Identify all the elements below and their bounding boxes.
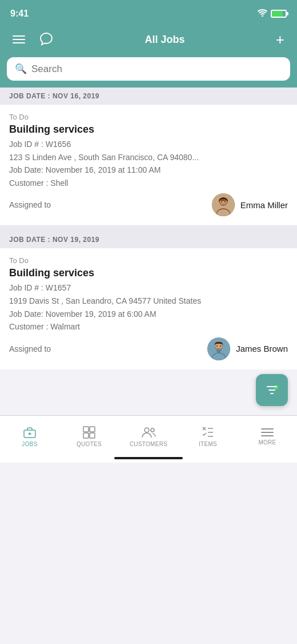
svg-point-22: [145, 428, 149, 432]
job-title-2: Building services: [9, 267, 288, 279]
assigned-name-2: James Brown: [236, 344, 288, 353]
section-divider: [0, 225, 297, 231]
job-assigned-label-1: Assigned to: [9, 200, 51, 209]
tab-more-label: MORE: [258, 439, 276, 446]
items-icon: [202, 426, 214, 439]
filter-button[interactable]: [256, 374, 288, 406]
header-left-actions: [10, 30, 56, 49]
add-job-button[interactable]: +: [274, 30, 287, 49]
more-icon: [261, 428, 274, 437]
search-bar: 🔍: [7, 57, 290, 81]
svg-rect-21: [90, 433, 95, 438]
quotes-icon: [83, 426, 95, 439]
messages-button[interactable]: [37, 30, 56, 49]
job-card-1[interactable]: To Do Building services Job ID # : W1656…: [0, 105, 297, 225]
tab-customers-label: CUSTOMERS: [130, 441, 167, 447]
job-assigned-label-2: Assigned to: [9, 344, 51, 353]
job-title-1: Building services: [9, 124, 288, 136]
tab-items[interactable]: ITEMS: [178, 416, 238, 454]
job-address-1: 123 S Linden Ave , South San Francisco, …: [9, 152, 288, 164]
svg-point-23: [151, 428, 154, 432]
avatar-james: [207, 337, 230, 360]
page-title: All Jobs: [145, 34, 184, 46]
section-date-header-2: JOB DATE : NOV 19, 2019: [0, 231, 297, 248]
assigned-name-1: Emma Miller: [240, 200, 288, 210]
menu-button[interactable]: [10, 33, 27, 46]
svg-rect-18: [83, 427, 89, 432]
hamburger-icon: [13, 35, 25, 43]
battery-icon: [271, 10, 287, 18]
tab-jobs[interactable]: JOBS: [0, 416, 59, 454]
customers-icon: [141, 426, 156, 439]
tab-more[interactable]: MORE: [238, 416, 297, 454]
job-id-1: Job ID # : W1656: [9, 139, 288, 150]
status-bar: 9:41: [0, 0, 297, 25]
search-container: 🔍: [0, 57, 297, 88]
job-customer-1: Customer : Shell: [9, 178, 288, 189]
plus-icon: +: [276, 32, 284, 47]
job-assigned-row-2: Assigned to James Brown: [9, 337, 288, 360]
job-card-2[interactable]: To Do Building services Job ID # : W1657…: [0, 248, 297, 369]
svg-point-5: [221, 201, 222, 202]
status-time: 9:41: [10, 9, 29, 19]
job-date-1: Job Date: November 16, 2019 at 11:00 AM: [9, 165, 288, 176]
chat-icon: [39, 32, 54, 47]
job-status-2: To Do: [9, 256, 288, 265]
search-input[interactable]: [31, 63, 282, 75]
job-customer-2: Customer : Walmart: [9, 321, 288, 333]
home-indicator: [114, 457, 183, 459]
job-status-1: To Do: [9, 113, 288, 121]
tab-customers[interactable]: CUSTOMERS: [119, 416, 178, 454]
svg-point-12: [216, 345, 218, 347]
job-date-2: Job Date: November 19, 2019 at 6:00 AM: [9, 309, 288, 320]
tab-jobs-label: JOBS: [22, 441, 37, 447]
filter-icon: [265, 383, 279, 397]
tab-bar-wrapper: JOBS QUOTES CUSTOMERS ITEMS: [0, 415, 297, 463]
job-assigned-row-1: Assigned to Emma Miller: [9, 193, 288, 216]
tab-quotes[interactable]: QUOTES: [59, 416, 119, 454]
section-date-header-1: JOB DATE : NOV 16, 2019: [0, 88, 297, 105]
tab-quotes-label: QUOTES: [77, 441, 102, 447]
wifi-icon: [258, 9, 267, 18]
search-icon: 🔍: [15, 63, 27, 75]
filter-container: [0, 369, 297, 415]
svg-rect-20: [83, 433, 89, 438]
svg-point-13: [220, 345, 221, 347]
tab-bar: JOBS QUOTES CUSTOMERS ITEMS: [0, 415, 297, 463]
app-header: All Jobs +: [0, 25, 297, 57]
job-address-2: 1919 Davis St , San Leandro, CA 94577 Un…: [9, 296, 288, 307]
svg-rect-19: [90, 427, 95, 432]
avatar-emma: [212, 193, 235, 216]
svg-point-6: [224, 201, 226, 202]
job-id-2: Job ID # : W1657: [9, 283, 288, 294]
status-icons: [258, 9, 287, 18]
tab-items-label: ITEMS: [199, 441, 217, 447]
jobs-icon: [23, 426, 37, 439]
